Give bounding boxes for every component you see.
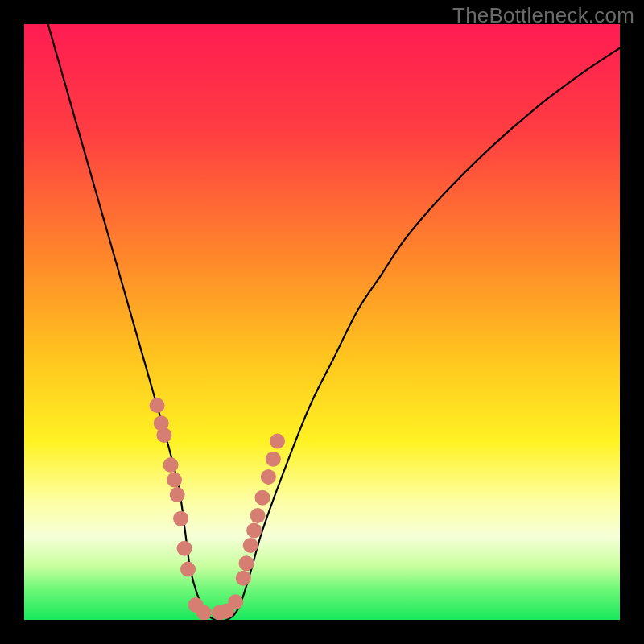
data-point	[196, 605, 212, 620]
data-point	[150, 398, 165, 413]
data-point	[167, 473, 182, 488]
data-point	[177, 541, 192, 556]
data-point	[173, 511, 188, 526]
data-point	[163, 457, 179, 473]
plot-area	[24, 24, 620, 620]
data-point	[250, 508, 266, 523]
data-point	[228, 594, 243, 609]
data-point	[239, 555, 254, 571]
data-point	[156, 427, 171, 443]
data-point	[170, 487, 185, 502]
data-point	[261, 469, 276, 485]
watermark-text: TheBottleneck.com	[452, 3, 634, 28]
data-point	[243, 538, 258, 553]
data-point	[255, 490, 270, 506]
data-point	[266, 452, 281, 467]
data-point	[236, 571, 251, 586]
data-point	[180, 562, 196, 577]
chart-svg	[24, 24, 620, 620]
data-point	[246, 523, 262, 539]
chart-frame: TheBottleneck.com	[0, 0, 644, 644]
data-point	[270, 434, 285, 449]
